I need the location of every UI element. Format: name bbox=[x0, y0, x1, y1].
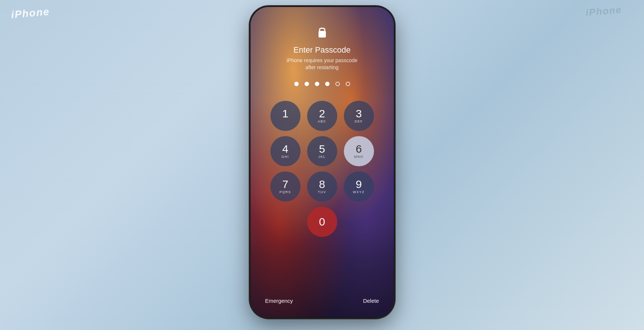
phone-screen: Enter Passcode iPhone requires your pass… bbox=[251, 7, 394, 317]
key-5[interactable]: 5 JKL bbox=[307, 136, 337, 166]
key-3[interactable]: 3 DEF bbox=[344, 101, 374, 131]
keypad-row-1: 1 2 ABC 3 DEF bbox=[270, 101, 374, 131]
phone-content: Enter Passcode iPhone requires your pass… bbox=[251, 7, 394, 317]
key-2-num: 2 bbox=[319, 108, 325, 119]
key-1-num: 1 bbox=[282, 108, 288, 119]
key-5-letters: JKL bbox=[318, 155, 325, 159]
keypad-row-2: 4 GHI 5 JKL 6 MNO bbox=[270, 136, 374, 166]
key-8[interactable]: 8 TUV bbox=[307, 171, 337, 202]
key-4[interactable]: 4 GHI bbox=[270, 136, 301, 166]
key-9-num: 9 bbox=[356, 179, 362, 190]
bottom-bar: Emergency Delete bbox=[251, 288, 394, 317]
key-9[interactable]: 9 WXYZ bbox=[344, 171, 374, 202]
emergency-button[interactable]: Emergency bbox=[265, 298, 293, 304]
key-6-num: 6 bbox=[356, 143, 362, 155]
key-6-letters: MNO bbox=[354, 155, 364, 159]
keypad-row-3: 7 PQRS 8 TUV 9 WXYZ bbox=[270, 171, 374, 202]
key-7-num: 7 bbox=[282, 179, 288, 190]
key-1[interactable]: 1 bbox=[270, 101, 301, 131]
passcode-dots bbox=[294, 82, 350, 86]
key-2-letters: ABC bbox=[318, 120, 326, 123]
dot-2 bbox=[305, 82, 309, 86]
key-9-letters: WXYZ bbox=[353, 190, 365, 194]
key-0[interactable]: 0 bbox=[307, 207, 337, 237]
key-1-letters bbox=[284, 120, 286, 123]
key-0-num: 0 bbox=[319, 216, 325, 227]
key-4-num: 4 bbox=[282, 143, 288, 155]
passcode-title: Enter Passcode bbox=[294, 45, 350, 55]
key-6[interactable]: 6 MNO bbox=[344, 136, 374, 166]
key-8-num: 8 bbox=[319, 179, 325, 190]
passcode-subtitle: iPhone requires your passcodeafter resta… bbox=[287, 57, 357, 71]
svg-rect-0 bbox=[319, 31, 326, 38]
key-4-letters: GHI bbox=[281, 155, 289, 159]
dot-3 bbox=[315, 82, 319, 86]
delete-button[interactable]: Delete bbox=[363, 298, 379, 304]
keypad-row-4: 0 bbox=[307, 207, 337, 237]
dot-5 bbox=[335, 82, 340, 86]
key-2[interactable]: 2 ABC bbox=[307, 101, 337, 131]
key-7[interactable]: 7 PQRS bbox=[270, 171, 301, 202]
key-7-letters: PQRS bbox=[280, 190, 291, 194]
dot-6 bbox=[346, 82, 350, 86]
lock-icon bbox=[317, 25, 328, 40]
key-3-num: 3 bbox=[356, 108, 362, 119]
key-3-letters: DEF bbox=[355, 120, 363, 123]
dot-1 bbox=[294, 82, 299, 86]
key-5-num: 5 bbox=[319, 143, 325, 155]
key-8-letters: TUV bbox=[318, 190, 326, 194]
dot-4 bbox=[325, 82, 330, 86]
phone-wrapper: Enter Passcode iPhone requires your pass… bbox=[245, 7, 399, 323]
keypad: 1 2 ABC 3 DEF 4 GHI bbox=[270, 101, 374, 237]
